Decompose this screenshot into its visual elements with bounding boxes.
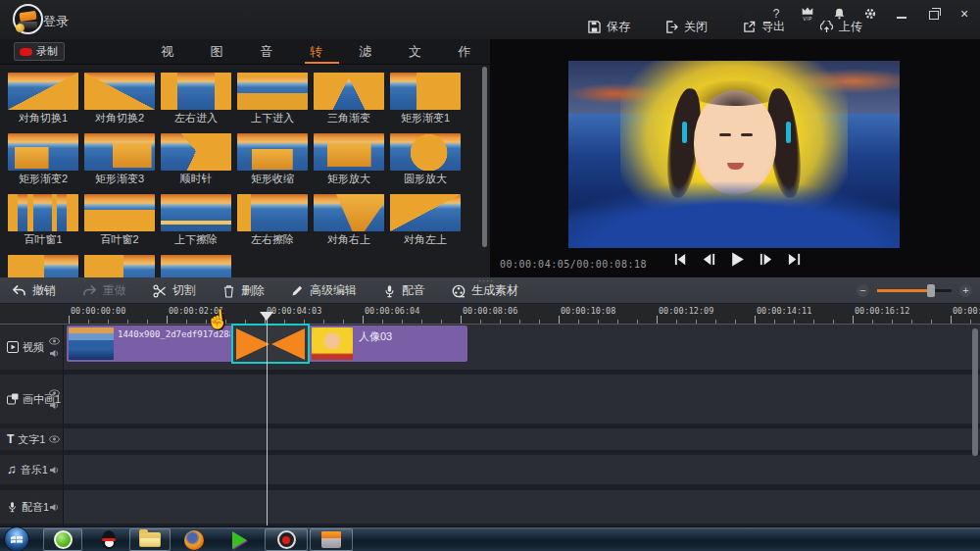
logo-badge bbox=[16, 24, 24, 32]
visibility-eye-icon[interactable] bbox=[49, 435, 60, 443]
generate-material-button[interactable]: 生成素材 bbox=[452, 282, 518, 299]
visibility-eye-icon[interactable] bbox=[49, 389, 60, 397]
tabbar: 录制 视频 图片 音乐 转场 滤镜 文字 作品 bbox=[0, 39, 490, 65]
mute-speaker-icon[interactable] bbox=[49, 349, 60, 358]
track-header-voice[interactable]: 配音1 bbox=[0, 490, 63, 524]
titlebar-icons: ? VIP × bbox=[768, 6, 972, 22]
close-window-button[interactable]: × bbox=[956, 6, 972, 22]
transitions-panel: 对角切换1 对角切换2 左右进入 上下进入 三角渐变 矩形渐变1 矩形渐变2 矩… bbox=[0, 65, 490, 277]
pip-track-lane[interactable] bbox=[64, 375, 980, 424]
taskbar-screen-recorder[interactable] bbox=[265, 528, 308, 551]
transition-item-partial[interactable] bbox=[84, 255, 155, 277]
redo-button[interactable]: 重做 bbox=[82, 282, 126, 299]
transition-item[interactable]: 矩形放大 bbox=[314, 133, 384, 185]
video-editor-window: 登录 保存 关闭 导出 上传 ? VIP bbox=[0, 0, 980, 551]
vip-crown-icon[interactable]: VIP bbox=[800, 6, 815, 22]
logo-camera-shape bbox=[19, 11, 36, 22]
transition-item[interactable]: 三角渐变 bbox=[314, 73, 384, 125]
skip-start-button[interactable] bbox=[672, 251, 689, 268]
notification-bell-icon[interactable] bbox=[831, 6, 847, 22]
transition-item[interactable]: 矩形渐变3 bbox=[84, 133, 155, 185]
transition-item[interactable]: 矩形渐变1 bbox=[390, 73, 461, 125]
tab-filter[interactable]: 滤镜 bbox=[352, 40, 391, 64]
settings-gear-icon[interactable] bbox=[862, 6, 878, 22]
transitions-grid: 对角切换1 对角切换2 左右进入 上下进入 三角渐变 矩形渐变1 矩形渐变2 矩… bbox=[8, 73, 461, 277]
tab-music[interactable]: 音乐 bbox=[253, 40, 292, 64]
step-forward-button[interactable] bbox=[758, 251, 774, 268]
transition-thumbnail bbox=[84, 255, 155, 277]
playhead[interactable] bbox=[267, 312, 268, 526]
transition-item-partial[interactable] bbox=[8, 255, 78, 277]
mute-speaker-icon[interactable] bbox=[49, 503, 60, 512]
dubbing-button[interactable]: 配音 bbox=[383, 282, 425, 299]
track-header-music[interactable]: ♫ 音乐1 bbox=[0, 455, 63, 484]
restore-button[interactable] bbox=[925, 6, 941, 22]
login-link[interactable]: 登录 bbox=[43, 13, 69, 30]
transition-item[interactable]: 顺时针 bbox=[161, 133, 231, 185]
transition-item[interactable]: 对角切换1 bbox=[8, 73, 78, 125]
video-track-lane[interactable]: 1440x900_2d7edf917d288 人像03 bbox=[64, 325, 980, 370]
text-track-lane[interactable] bbox=[64, 428, 980, 450]
taskbar-firefox[interactable] bbox=[176, 528, 212, 551]
transition-item[interactable]: 左右进入 bbox=[161, 73, 231, 125]
timeline-ruler[interactable]: 00:00:00:00 00:00:02:01 00:00:04:03 00:0… bbox=[0, 304, 980, 325]
zoom-slider-thumb[interactable] bbox=[927, 284, 935, 297]
transition-item[interactable]: 对角左上 bbox=[390, 194, 461, 246]
zoom-slider[interactable] bbox=[877, 289, 952, 292]
transition-item[interactable]: 矩形收缩 bbox=[237, 133, 308, 185]
delete-button[interactable]: 删除 bbox=[222, 282, 265, 299]
record-button[interactable]: 录制 bbox=[14, 42, 65, 61]
transition-item[interactable]: 圆形放大 bbox=[390, 133, 461, 185]
transition-item-partial[interactable] bbox=[161, 255, 231, 277]
transition-item[interactable]: 对角右上 bbox=[314, 194, 384, 246]
skip-end-button[interactable] bbox=[786, 251, 803, 268]
cut-button[interactable]: 切割 bbox=[153, 282, 196, 299]
minimize-button[interactable] bbox=[894, 6, 909, 22]
voice-track-lane[interactable] bbox=[64, 490, 980, 524]
music-track-lane[interactable] bbox=[64, 455, 980, 484]
transitions-scrollbar[interactable] bbox=[482, 67, 487, 247]
playhead-handle[interactable] bbox=[260, 312, 273, 321]
taskbar-browser-360[interactable] bbox=[43, 528, 82, 551]
taskbar-qq[interactable] bbox=[92, 528, 125, 551]
start-button[interactable] bbox=[4, 526, 29, 551]
mute-speaker-icon[interactable] bbox=[49, 466, 60, 475]
transition-item[interactable]: 上下进入 bbox=[237, 73, 308, 125]
track-header-pip[interactable]: 画中画1 bbox=[0, 375, 63, 424]
tab-works[interactable]: 作品 bbox=[451, 40, 490, 64]
tab-transition[interactable]: 转场 bbox=[303, 40, 342, 64]
undo-button[interactable]: 撤销 bbox=[12, 282, 56, 299]
track-header-text[interactable]: T 文字1 bbox=[0, 428, 63, 450]
taskbar-media-player[interactable] bbox=[220, 528, 259, 551]
firefox-icon bbox=[184, 530, 204, 550]
visibility-eye-icon[interactable] bbox=[49, 337, 60, 345]
transition-clip[interactable] bbox=[231, 324, 310, 364]
advanced-edit-button[interactable]: 高级编辑 bbox=[291, 282, 357, 299]
close-project-button[interactable]: 关闭 bbox=[665, 19, 708, 35]
timeline-zoom-control: − + bbox=[857, 277, 972, 304]
transition-item[interactable]: 百叶窗2 bbox=[84, 194, 155, 246]
transition-item[interactable]: 对角切换2 bbox=[84, 73, 155, 125]
zoom-out-button[interactable]: − bbox=[857, 284, 869, 297]
tracks-scrollbar[interactable] bbox=[972, 328, 978, 456]
taskbar-video-editor[interactable] bbox=[310, 528, 353, 551]
transition-item[interactable]: 左右擦除 bbox=[237, 194, 308, 246]
preview-video-frame[interactable] bbox=[568, 61, 900, 248]
help-icon[interactable]: ? bbox=[768, 6, 784, 22]
track-header-video[interactable]: 视频 bbox=[0, 325, 63, 370]
record-icon bbox=[20, 48, 32, 56]
transition-item[interactable]: 矩形渐变2 bbox=[8, 133, 78, 185]
save-button[interactable]: 保存 bbox=[588, 19, 630, 35]
windows-taskbar bbox=[0, 526, 980, 551]
zoom-in-button[interactable]: + bbox=[959, 284, 972, 297]
mute-speaker-icon[interactable] bbox=[49, 401, 60, 410]
tab-video[interactable]: 视频 bbox=[154, 40, 193, 64]
step-back-button[interactable] bbox=[701, 251, 717, 268]
play-triangle-icon bbox=[232, 531, 247, 549]
transition-item[interactable]: 百叶窗1 bbox=[8, 194, 78, 246]
taskbar-explorer[interactable] bbox=[129, 528, 171, 551]
transition-item[interactable]: 上下擦除 bbox=[161, 194, 231, 246]
play-button[interactable] bbox=[729, 251, 746, 268]
tab-picture[interactable]: 图片 bbox=[204, 40, 243, 64]
tab-text[interactable]: 文字 bbox=[402, 40, 441, 64]
